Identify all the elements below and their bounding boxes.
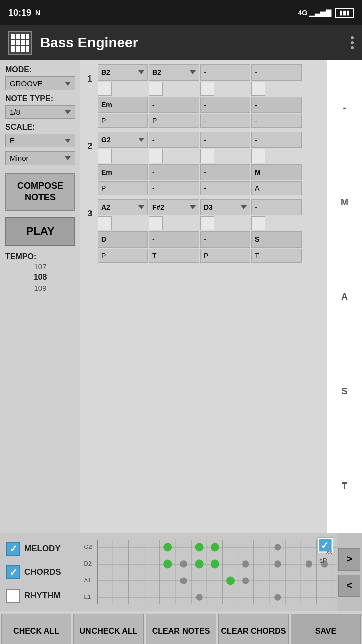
mode-dropdown[interactable]: GROOVE	[5, 76, 75, 90]
beat-col-2: ---	[200, 64, 250, 128]
note-header: A2	[98, 199, 148, 215]
chords-checkbox[interactable]: ✓	[6, 565, 20, 579]
note-header: -	[200, 132, 250, 148]
note-chord: -	[200, 164, 250, 180]
svg-point-33	[274, 560, 281, 567]
note-checkbox[interactable]	[200, 82, 214, 96]
melody-checkbox[interactable]: ✓	[6, 542, 20, 556]
play-label: PLAY	[26, 225, 55, 237]
tempo-label: TEMPO:	[5, 252, 75, 261]
note-chord: -	[200, 97, 250, 113]
chords-row: ✓ CHORDS	[6, 565, 74, 579]
nav-arrows: > <	[337, 533, 362, 611]
status-time: 10:19	[8, 8, 31, 18]
beat-col-3: -ST	[251, 199, 302, 263]
note-checkbox[interactable]	[251, 216, 265, 230]
scroll-letter: T	[342, 477, 347, 496]
header-dropdown-icon	[138, 70, 144, 74]
nav-forward-button[interactable]: >	[338, 548, 360, 571]
nav-back-icon: <	[346, 580, 352, 591]
note-chord: Em	[98, 97, 148, 113]
clear-notes-button[interactable]: CLEAR NOTES	[146, 614, 216, 644]
rhythm-row: RHYTHM	[6, 589, 74, 603]
note-type: P	[149, 114, 199, 128]
title-bar: Bass Engineer	[0, 25, 362, 60]
rhythm-label: RHYTHM	[24, 591, 61, 601]
tempo-above: 107	[5, 261, 75, 272]
header-dropdown-icon	[190, 70, 196, 74]
note-checkbox[interactable]	[200, 149, 214, 163]
note-checkbox[interactable]	[251, 149, 265, 163]
scale-dropdown[interactable]: E	[5, 134, 75, 147]
beat-col-0: B2EmP	[98, 64, 148, 128]
note-header: B2	[149, 64, 199, 80]
svg-point-40	[274, 594, 281, 600]
note-checkbox[interactable]	[98, 82, 112, 96]
note-header: B2	[98, 64, 148, 80]
note-checkbox[interactable]	[149, 149, 163, 163]
note-type-label: NOTE TYPE:	[5, 94, 75, 103]
note-chord: -	[149, 164, 199, 180]
note-checkbox[interactable]	[251, 82, 265, 96]
uncheck-all-button[interactable]: UNCHECK ALL	[73, 614, 144, 644]
note-type: P	[98, 181, 148, 195]
header-dropdown-icon	[138, 205, 144, 209]
chords-checkmark: ✓	[9, 566, 18, 578]
scale-label: SCALE:	[5, 123, 75, 132]
beat-col-1: ---	[149, 132, 199, 195]
save-button[interactable]: SAVE	[291, 614, 361, 644]
note-type: -	[149, 181, 199, 195]
note-chord: -	[251, 97, 302, 113]
note-chord: D	[98, 231, 148, 248]
beat-group-1: 1B2EmPB2-P------	[82, 64, 360, 128]
svg-point-28	[163, 559, 172, 568]
clear-chords-label: CLEAR CHORDS	[221, 626, 286, 636]
app-icon	[8, 31, 32, 55]
svg-text:G2: G2	[84, 544, 92, 550]
scroll-letter: S	[341, 382, 347, 401]
note-header: -	[251, 199, 302, 215]
note-chord: -	[149, 231, 199, 248]
note-chord: -	[149, 97, 199, 113]
compose-button[interactable]: COMPOSE NOTES	[5, 173, 75, 211]
note-header: D3	[200, 199, 250, 215]
note-checkbox[interactable]	[200, 216, 214, 230]
beat-col-3: ---	[251, 64, 302, 128]
fretboard-controls: ✓ MELODY ✓ CHORDS RHYTHM	[0, 533, 80, 611]
tempo-section: TEMPO: 107 108 109	[5, 252, 75, 293]
battery-icon: ▮▮▮	[335, 8, 354, 18]
note-checkbox[interactable]	[149, 82, 163, 96]
uncheck-all-label: UNCHECK ALL	[80, 626, 138, 636]
clear-chords-button[interactable]: CLEAR CHORDS	[218, 614, 289, 644]
note-header: -	[149, 132, 199, 148]
note-checkbox[interactable]	[149, 216, 163, 230]
mode-label: MODE:	[5, 65, 75, 74]
note-type: -	[200, 114, 250, 128]
signal-icon: 4G ▁▃▅▇	[298, 9, 331, 17]
mode-dropdown-icon	[65, 82, 71, 86]
note-header: -	[251, 132, 302, 148]
note-header: G2	[98, 132, 148, 148]
play-button[interactable]: PLAY	[5, 217, 75, 246]
beat-col-3: -MA	[251, 132, 302, 195]
tempo-below: 109	[5, 283, 75, 293]
scroll-panel: -MAST	[327, 60, 362, 533]
header-dropdown-icon	[190, 205, 196, 209]
check-all-button[interactable]: CHECK ALL	[1, 614, 71, 644]
note-header: -	[200, 64, 250, 80]
beat-col-0: G2EmP	[98, 132, 148, 195]
nav-back-button[interactable]: <	[338, 575, 360, 597]
scale-value: E	[10, 136, 15, 145]
note-checkbox[interactable]	[98, 216, 112, 230]
note-type-dropdown[interactable]: 1/8	[5, 105, 75, 119]
grid-container: 1B2EmPB2-P------2G2EmP-------MA3A2DPF#2-…	[80, 60, 362, 271]
beat-number: 1	[82, 64, 98, 84]
note-type: T	[251, 249, 302, 263]
note-type: -	[251, 114, 302, 128]
menu-button[interactable]	[351, 36, 354, 49]
scale-minor-dropdown[interactable]: Minor	[5, 151, 75, 165]
mode-value: GROOVE	[10, 79, 43, 88]
svg-point-29	[195, 559, 204, 568]
rhythm-checkbox[interactable]	[6, 589, 20, 603]
note-checkbox[interactable]	[98, 149, 112, 163]
